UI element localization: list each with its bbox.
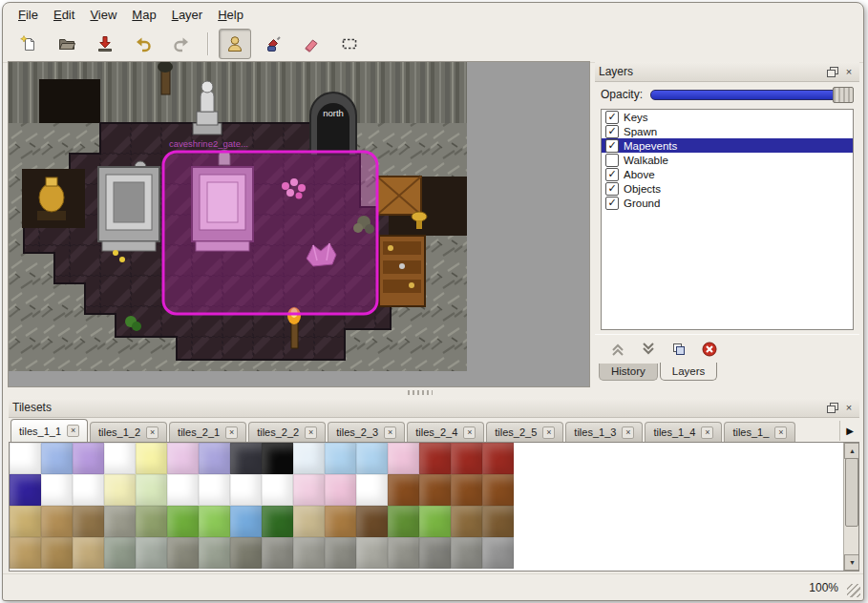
rect-select-tool-button[interactable] xyxy=(333,29,366,59)
new-file-button[interactable] xyxy=(12,29,45,59)
splitter-grip[interactable] xyxy=(408,390,433,395)
undo-button[interactable] xyxy=(127,29,159,59)
palette-tile[interactable] xyxy=(293,537,325,569)
palette-tile[interactable] xyxy=(293,506,325,537)
tab-close-icon[interactable]: × xyxy=(701,426,713,439)
palette-tile[interactable] xyxy=(451,474,482,506)
palette-tile[interactable] xyxy=(136,443,167,474)
lower-layer-button[interactable] xyxy=(639,340,658,359)
palette-tile[interactable] xyxy=(262,506,293,537)
menu-edit[interactable]: Edit xyxy=(46,5,82,25)
palette-tile[interactable] xyxy=(41,506,73,537)
layer-visibility-checkbox[interactable] xyxy=(605,154,619,167)
palette-tile[interactable] xyxy=(199,474,230,506)
tab-close-icon[interactable]: × xyxy=(146,426,159,439)
layer-row-walkable[interactable]: Walkable xyxy=(602,153,853,167)
palette-tile[interactable] xyxy=(73,474,104,506)
palette-tile[interactable] xyxy=(419,474,451,506)
menu-view[interactable]: View xyxy=(82,5,124,25)
layer-row-objects[interactable]: ✓Objects xyxy=(602,181,853,196)
palette-tile[interactable] xyxy=(136,506,167,537)
palette-tile[interactable] xyxy=(104,474,136,506)
place-player-tool-button[interactable] xyxy=(219,29,251,59)
palette-tile[interactable] xyxy=(419,506,451,537)
palette-tile[interactable] xyxy=(73,537,104,569)
tileset-tab-tiles_2_3[interactable]: tiles_2_3× xyxy=(328,422,405,442)
close-panel-icon[interactable]: × xyxy=(842,402,856,414)
palette-tile[interactable] xyxy=(356,506,388,537)
dock-tab-layers[interactable]: Layers xyxy=(660,363,718,381)
float-panel-icon[interactable] xyxy=(826,402,839,414)
palette-tile[interactable] xyxy=(167,443,199,474)
palette-tile[interactable] xyxy=(325,506,356,537)
palette-tile[interactable] xyxy=(262,443,293,474)
palette-tile[interactable] xyxy=(230,537,262,569)
palette-tile[interactable] xyxy=(388,443,419,474)
layer-visibility-checkbox[interactable]: ✓ xyxy=(605,182,619,196)
palette-tile[interactable] xyxy=(419,537,451,569)
layer-row-mapevents[interactable]: ✓Mapevents xyxy=(602,138,853,153)
palette-tile[interactable] xyxy=(104,443,136,474)
palette-tile[interactable] xyxy=(482,443,514,474)
palette-tile[interactable] xyxy=(482,474,514,506)
tab-close-icon[interactable]: × xyxy=(622,426,634,439)
tileset-tab-tiles_1_3[interactable]: tiles_1_3× xyxy=(565,422,643,442)
palette-tile[interactable] xyxy=(104,506,136,537)
palette-tile[interactable] xyxy=(325,443,356,474)
tileset-tab-tiles_1_[interactable]: tiles_1_× xyxy=(724,422,795,442)
palette-tile[interactable] xyxy=(482,537,514,569)
palette-tile[interactable] xyxy=(388,537,419,569)
palette-tile[interactable] xyxy=(10,537,41,569)
tileset-tab-tiles_1_4[interactable]: tiles_1_4× xyxy=(645,422,722,442)
scroll-up-button[interactable]: ▲ xyxy=(844,443,859,459)
palette-tile[interactable] xyxy=(10,474,41,506)
save-button[interactable] xyxy=(89,29,121,59)
palette-tile[interactable] xyxy=(325,474,356,506)
palette-tile[interactable] xyxy=(230,474,262,506)
palette-tile[interactable] xyxy=(388,474,419,506)
palette-tile[interactable] xyxy=(167,474,199,506)
dock-tab-history[interactable]: History xyxy=(599,364,658,381)
layer-row-above[interactable]: ✓Above xyxy=(602,167,853,181)
tab-close-icon[interactable]: × xyxy=(305,426,317,439)
palette-tile[interactable] xyxy=(419,443,451,474)
map-selection[interactable] xyxy=(163,152,377,314)
layer-row-ground[interactable]: ✓Ground xyxy=(602,196,853,210)
palette-tile[interactable] xyxy=(136,537,167,569)
menu-layer[interactable]: Layer xyxy=(164,5,211,25)
raise-layer-button[interactable] xyxy=(608,340,627,359)
tileset-tab-tiles_2_1[interactable]: tiles_2_1× xyxy=(169,422,246,442)
tab-close-icon[interactable]: × xyxy=(774,426,787,439)
tileset-tab-tiles_1_2[interactable]: tiles_1_2× xyxy=(90,422,167,442)
palette-tile[interactable] xyxy=(167,537,199,569)
open-button[interactable] xyxy=(51,29,83,59)
menu-help[interactable]: Help xyxy=(210,5,251,25)
palette-tile[interactable] xyxy=(199,537,230,569)
palette-tile[interactable] xyxy=(262,537,293,569)
palette-tile[interactable] xyxy=(10,443,41,474)
tileset-tab-tiles_1_1[interactable]: tiles_1_1× xyxy=(11,419,88,442)
palette-tile[interactable] xyxy=(41,443,73,474)
palette-tile[interactable] xyxy=(73,506,104,537)
tab-close-icon[interactable]: × xyxy=(384,426,396,439)
duplicate-layer-button[interactable] xyxy=(669,340,688,359)
palette-tile[interactable] xyxy=(451,537,482,569)
close-panel-icon[interactable]: × xyxy=(842,66,856,78)
palette-tile[interactable] xyxy=(451,443,482,474)
menu-map[interactable]: Map xyxy=(124,5,163,25)
map-canvas[interactable]: north caveshrine2_gate... xyxy=(9,62,589,386)
palette-tile[interactable] xyxy=(41,474,73,506)
palette-tile[interactable] xyxy=(482,506,514,537)
tab-close-icon[interactable]: × xyxy=(67,425,79,437)
palette-tile[interactable] xyxy=(104,537,136,569)
palette-tile[interactable] xyxy=(10,506,41,537)
palette-tile[interactable] xyxy=(136,474,167,506)
palette-tile[interactable] xyxy=(356,537,388,569)
palette-tile[interactable] xyxy=(293,443,325,474)
tileset-tab-tiles_2_5[interactable]: tiles_2_5× xyxy=(486,422,563,442)
tab-close-icon[interactable]: × xyxy=(225,426,238,439)
resize-grip[interactable] xyxy=(847,584,860,597)
palette-tile[interactable] xyxy=(41,537,73,569)
layer-visibility-checkbox[interactable]: ✓ xyxy=(605,111,619,124)
scroll-down-button[interactable]: ▼ xyxy=(844,554,859,571)
